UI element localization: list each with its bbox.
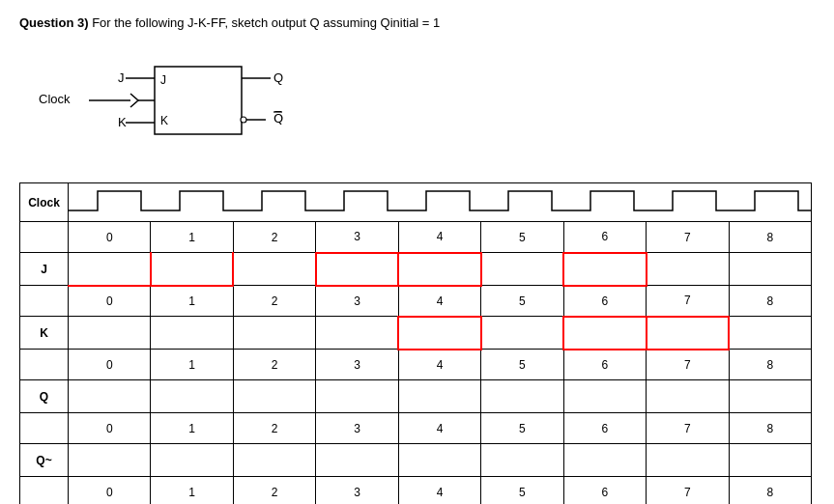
- clock-numbers-row: 0 1 2 3 4 5 6 7 8: [20, 222, 812, 253]
- clock-row: Clock: [20, 183, 812, 222]
- k-label-row: K: [20, 317, 812, 350]
- k-numbers-row: 0 1 2 3 4 5 6 7 8: [20, 350, 812, 380]
- jk-ff-diagram: Clock J K J K Q Q̅: [39, 47, 348, 154]
- svg-point-13: [241, 117, 246, 123]
- question-description: For the following J-K-FF, sketch output …: [89, 15, 441, 30]
- svg-text:J: J: [118, 70, 125, 85]
- svg-text:K: K: [118, 115, 127, 129]
- svg-text:K: K: [160, 114, 168, 127]
- q-label-row: Q: [20, 380, 812, 413]
- svg-text:J: J: [160, 73, 166, 87]
- question-number: Question 3): [19, 15, 89, 30]
- clock-label: Clock: [20, 183, 69, 222]
- svg-text:Q: Q: [273, 70, 283, 85]
- svg-text:Clock: Clock: [39, 92, 71, 106]
- diagram-area: Clock J K J K Q Q̅: [39, 47, 815, 154]
- j-label-row: J: [20, 253, 812, 286]
- j-numbers-row: 0 1 2 3 4 5 6 7 8: [20, 286, 812, 317]
- svg-text:Q̅: Q̅: [273, 111, 283, 126]
- qbar-numbers-row: 0 1 2 3 4 5 6 7 8: [20, 477, 812, 505]
- clock-waveform: [69, 183, 811, 218]
- timing-table: Clock 0 1 2 3 4 5 6 7 8 J: [19, 182, 812, 504]
- question-text: Question 3) For the following J-K-FF, sk…: [19, 15, 815, 30]
- q-numbers-row: 0 1 2 3 4 5 6 7 8: [20, 413, 812, 444]
- qbar-label-row: Q~: [20, 444, 812, 477]
